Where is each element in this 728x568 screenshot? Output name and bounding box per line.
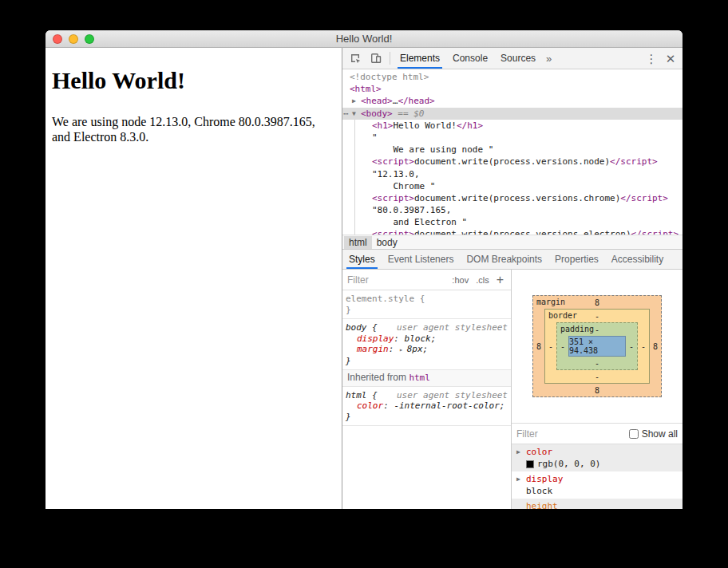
box-model-content[interactable]: 351 × 94.438 xyxy=(568,336,626,357)
semicolon: ; xyxy=(431,333,437,344)
breadcrumb: html body xyxy=(342,235,682,249)
style-selector-line: user agent stylesheethtml { xyxy=(346,390,508,401)
dom-node-line[interactable]: We are using node " xyxy=(342,144,682,156)
breadcrumb-item-body[interactable]: body xyxy=(372,236,402,249)
style-selector-line: element.style { xyxy=(346,294,508,305)
computed-property-row[interactable]: ▶colorrgb(0, 0, 0) xyxy=(512,444,682,471)
semicolon: ; xyxy=(423,344,429,354)
style-selector[interactable]: html xyxy=(346,390,367,400)
dom-token: <head> xyxy=(361,96,393,106)
style-declaration[interactable]: color: -internal-root-color; xyxy=(346,400,508,412)
dom-token: document.write(process.versions.electron… xyxy=(414,229,631,235)
style-property-value[interactable]: -internal-root-color xyxy=(394,400,499,411)
dom-node-line[interactable]: and Electron " xyxy=(342,216,682,228)
tab-accessibility[interactable]: Accessibility xyxy=(605,250,670,269)
dom-token: <script> xyxy=(372,193,414,203)
dom-node-line[interactable]: <!doctype html> xyxy=(342,71,682,83)
twisty-icon[interactable]: ▼ xyxy=(352,108,356,120)
dom-node-line[interactable]: ▶<head>…</head> xyxy=(342,95,682,107)
style-property-name[interactable]: display xyxy=(357,333,394,344)
dom-node-line[interactable]: <script>document.write(process.versions.… xyxy=(342,192,682,204)
style-property-name[interactable]: color xyxy=(357,400,383,411)
styles-filter-row: :hov .cls + xyxy=(342,270,511,290)
padding-right-value: - xyxy=(626,336,637,357)
style-rule[interactable]: user agent stylesheetbody {display: bloc… xyxy=(342,319,511,370)
more-tabs-icon[interactable]: » xyxy=(542,48,556,69)
dom-token: == $0 xyxy=(393,108,425,119)
window-titlebar[interactable]: Hello World! xyxy=(46,30,682,48)
tab-styles[interactable]: Styles xyxy=(342,250,382,269)
expand-longhand-icon[interactable]: ▸ xyxy=(399,346,407,353)
expand-property-icon[interactable]: ▶ xyxy=(516,475,523,483)
computed-property-value: block xyxy=(526,486,552,496)
zoom-window-button[interactable] xyxy=(85,34,94,44)
toggle-class-button[interactable]: .cls xyxy=(473,274,492,286)
devtools-menu-icon[interactable]: ⋮ xyxy=(642,53,661,65)
expand-property-icon[interactable]: ▶ xyxy=(516,448,523,456)
inherited-from-link[interactable]: html xyxy=(409,373,430,383)
show-all-checkbox[interactable] xyxy=(629,429,639,439)
color-swatch xyxy=(526,460,534,468)
tab-sources[interactable]: Sources xyxy=(494,48,542,69)
computed-property-row[interactable]: height xyxy=(512,499,682,509)
dom-token: We are using node " xyxy=(372,144,493,155)
tab-console[interactable]: Console xyxy=(446,48,494,69)
dom-node-line[interactable]: ⋯▼<body> == $0 xyxy=(342,108,682,120)
border-bottom-value: - xyxy=(595,373,599,381)
style-property-name[interactable]: margin xyxy=(357,344,389,354)
new-style-rule-button[interactable]: + xyxy=(494,273,506,287)
close-window-button[interactable] xyxy=(53,34,62,44)
minimize-window-button[interactable] xyxy=(69,34,78,44)
breadcrumb-item-html[interactable]: html xyxy=(344,236,372,249)
device-toolbar-icon[interactable] xyxy=(366,48,386,69)
dom-node-line[interactable]: Chrome " xyxy=(342,180,682,192)
toggle-hover-state-button[interactable]: :hov xyxy=(449,274,471,286)
stylesheet-origin-label: user agent stylesheet xyxy=(397,390,508,401)
computed-property-row[interactable]: ▶displayblock xyxy=(512,471,682,499)
dom-token: <h1> xyxy=(372,120,394,131)
dom-node-line[interactable]: "80.0.3987.165, xyxy=(342,204,682,216)
box-model-border[interactable]: border - - padding - xyxy=(544,309,650,384)
border-top-value: - xyxy=(595,312,599,321)
computed-property-value-line: block xyxy=(516,485,678,497)
twisty-icon[interactable]: ▶ xyxy=(352,95,356,107)
box-model-padding[interactable]: padding - - 351 × 94.438 xyxy=(556,322,638,370)
dom-node-line[interactable]: "12.13.0, xyxy=(342,168,682,180)
computed-filter-input[interactable] xyxy=(516,428,627,440)
style-property-value[interactable]: 8px xyxy=(407,344,423,354)
devtools-close-icon[interactable]: ✕ xyxy=(661,53,680,65)
open-brace: { xyxy=(414,294,425,304)
inherited-from-text: Inherited from xyxy=(347,372,409,383)
style-rule[interactable]: element.style {} xyxy=(342,290,511,319)
padding-bottom-value: - xyxy=(595,359,599,368)
dom-node-line[interactable]: <h1>Hello World!</h1> xyxy=(342,120,682,132)
tab-elements[interactable]: Elements xyxy=(394,48,446,69)
style-rule[interactable]: user agent stylesheethtml {color: -inter… xyxy=(342,387,511,427)
dom-token: " xyxy=(372,132,378,143)
show-all-toggle[interactable]: Show all xyxy=(629,428,678,440)
style-selector[interactable]: element.style xyxy=(346,294,414,304)
inspect-element-icon[interactable] xyxy=(345,48,366,69)
dom-token: <body> xyxy=(361,108,393,119)
close-brace: } xyxy=(346,356,508,367)
node-menu-icon[interactable]: ⋯ xyxy=(343,108,348,120)
dom-node-line[interactable]: " xyxy=(342,132,682,144)
dom-node-line[interactable]: <script>document.write(process.versions.… xyxy=(342,228,682,235)
devtools-toolbar: Elements Console Sources » ⋮ ✕ xyxy=(342,48,682,69)
tab-dom-breakpoints[interactable]: DOM Breakpoints xyxy=(460,250,548,269)
sidebar-tabs: Styles Event Listeners DOM Breakpoints P… xyxy=(342,249,682,270)
tab-properties[interactable]: Properties xyxy=(548,250,605,269)
style-selector[interactable]: body xyxy=(346,322,367,333)
style-declaration[interactable]: margin: ▸ 8px; xyxy=(346,344,508,356)
tab-event-listeners[interactable]: Event Listeners xyxy=(382,250,461,269)
box-model-margin[interactable]: margin 8 8 border - xyxy=(532,295,662,397)
dom-token: </script> xyxy=(631,229,679,235)
computed-filter-row: Show all xyxy=(512,424,682,444)
style-property-value[interactable]: block xyxy=(405,333,431,344)
dom-node-line[interactable]: <html> xyxy=(342,83,682,95)
box-model-diagram: margin 8 8 border - xyxy=(512,270,682,424)
inherited-from-header: Inherited from html xyxy=(342,370,511,387)
dom-node-line[interactable]: <script>document.write(process.versions.… xyxy=(342,156,682,168)
style-declaration[interactable]: display: block; xyxy=(346,333,508,345)
styles-filter-input[interactable] xyxy=(347,274,447,286)
